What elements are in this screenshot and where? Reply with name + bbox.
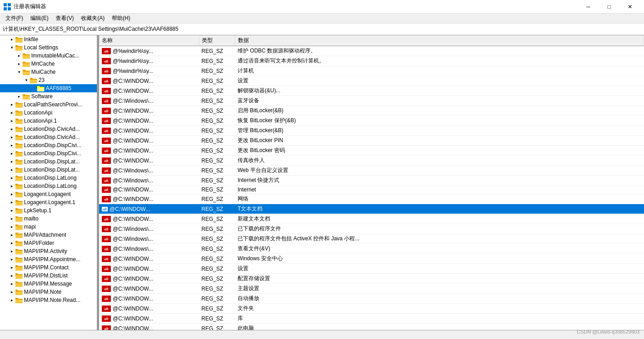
tree-item-locationdisp-latlong2[interactable]: ▸LocationDisp.LatLong: [0, 182, 97, 190]
expand-icon[interactable]: ▸: [8, 150, 15, 157]
expand-icon[interactable]: ▸: [15, 93, 23, 100]
table-row[interactable]: ab@C:\WINDOW...REG_SZ解锁驱动器(&U)...: [99, 86, 644, 96]
expand-icon[interactable]: ▸: [8, 207, 15, 214]
expand-icon[interactable]: ▸: [8, 296, 15, 304]
table-row[interactable]: ab@C:\WINDOW...REG_SZ网络: [99, 194, 644, 204]
expand-icon[interactable]: ▸: [8, 36, 15, 43]
menu-item-查看(V)[interactable]: 查看(V): [52, 14, 77, 23]
tree-item-locationdisp-displat1[interactable]: ▸LocationDisp.DispLat...: [0, 158, 97, 166]
expand-icon[interactable]: ▸: [8, 182, 15, 190]
tree-item-aaf68885[interactable]: AAF68885: [0, 84, 97, 92]
tree-item-immutablemuicache[interactable]: ▸ImmutableMuiCac...: [0, 52, 97, 60]
tree-item-locationdisp-civic2[interactable]: ▸LocationDisp.CivicAd...: [0, 133, 97, 141]
tree-item-locationdisp-latlong1[interactable]: ▸LocationDisp.LatLong: [0, 174, 97, 182]
expand-icon[interactable]: ▸: [8, 280, 15, 287]
table-row[interactable]: ab@C:\Windows\...REG_SZ已下载的程序文件: [99, 224, 644, 234]
table-row[interactable]: ab@C:\WINDOW...REG_SZ启用 BitLocker(&B): [99, 106, 644, 116]
minimize-button[interactable]: ─: [578, 0, 599, 14]
table-row[interactable]: ab@C:\Windows\...REG_SZWeb 平台自定义设置: [99, 166, 644, 176]
tree-item-mapi-ipm-distlist[interactable]: ▸MAPI/IPM.DistList: [0, 272, 97, 280]
close-button[interactable]: ✕: [620, 0, 640, 14]
tree-item-locationapi1[interactable]: ▸LocationApi.1: [0, 117, 97, 125]
tree-item-locationdisp-displat2[interactable]: ▸LocationDisp.DispLat...: [0, 166, 97, 174]
tree-item-mapi-folder[interactable]: ▸MAPI/Folder: [0, 239, 97, 247]
table-row[interactable]: ab@C:\WINDOW...REG_SZ传真收件人: [99, 156, 644, 166]
tree-item-mapi-ipm-message[interactable]: ▸MAPI/IPM.Message: [0, 280, 97, 288]
expand-icon[interactable]: ▸: [15, 60, 23, 67]
expand-icon[interactable]: ▸: [8, 256, 15, 263]
tree-item-mailto[interactable]: ▸mailto: [0, 215, 97, 223]
table-row[interactable]: ab@C:\WINDOW...REG_SZ主题设置: [99, 284, 644, 294]
menu-item-收藏夹(A)[interactable]: 收藏夹(A): [77, 14, 108, 23]
expand-icon[interactable]: ▸: [8, 125, 15, 133]
expand-icon[interactable]: ▸: [8, 158, 15, 165]
expand-icon[interactable]: ▸: [8, 142, 15, 149]
table-row[interactable]: ab@%windir%\sy...REG_SZ维护 ODBC 数据源和驱动程序。: [99, 46, 644, 56]
table-row[interactable]: ab@C:\WINDOW...REG_SZ文件夹: [99, 304, 644, 314]
tree-item-locationdisp-dispcivi2[interactable]: ▸LocationDisp.DispCivi...: [0, 149, 97, 158]
expand-icon[interactable]: ▸: [8, 191, 15, 198]
expand-icon[interactable]: ▸: [8, 264, 15, 271]
tree-item-local-settings[interactable]: ▾Local Settings: [0, 43, 97, 52]
menu-item-编辑(E)[interactable]: 编辑(E): [27, 14, 52, 23]
tree-item-software[interactable]: ▸Software: [0, 92, 97, 100]
expand-icon[interactable]: ▸: [8, 101, 15, 108]
registry-panel[interactable]: 名称 类型 数据 ab@%windir%\sy...REG_SZ维护 ODBC …: [99, 35, 644, 330]
table-row[interactable]: ab@C:\Windows\...REG_SZ查看文件(&V): [99, 244, 644, 254]
expand-icon[interactable]: ▸: [8, 109, 15, 116]
tree-item-mapi-ipm-appointme[interactable]: ▸MAPI/IPM.Appointme...: [0, 255, 97, 263]
expand-icon[interactable]: ▾: [23, 76, 30, 84]
table-row[interactable]: ab@C:\WINDOW...REG_SZ设置: [99, 76, 644, 86]
expand-icon[interactable]: ▸: [8, 231, 15, 239]
table-row[interactable]: ab@%windir%\sy...REG_SZ计算机: [99, 66, 644, 76]
expand-icon[interactable]: ▸: [15, 52, 23, 59]
table-row[interactable]: ab@C:\WINDOW...REG_SZ此电脑: [99, 324, 644, 330]
table-row[interactable]: ab@C:\WINDOW...REG_SZ更改 BitLocker 密码: [99, 146, 644, 156]
expand-icon[interactable]: ▸: [8, 117, 15, 124]
tree-item-mapi-attachment[interactable]: ▸MAPI/Attachment: [0, 231, 97, 239]
expand-icon[interactable]: ▸: [8, 239, 15, 247]
menu-item-帮助(H)[interactable]: 帮助(H): [108, 14, 134, 23]
tree-item-lpksetup1[interactable]: ▸LpkSetup.1: [0, 206, 97, 215]
table-row[interactable]: ab@C:\WINDOW...REG_SZ管理 BitLocker(&B): [99, 126, 644, 136]
expand-icon[interactable]: ▸: [8, 288, 15, 296]
table-row[interactable]: ab@C:\WINDOW...REG_SZ库: [99, 314, 644, 324]
tree-item-mapi-ipm-contact[interactable]: ▸MAPI/IPM.Contact: [0, 263, 97, 272]
tree-item-locationdisp-civic1[interactable]: ▸LocationDisp.CivicAd...: [0, 125, 97, 133]
expand-icon[interactable]: ▸: [8, 174, 15, 181]
table-row[interactable]: ab@C:\WINDOW...REG_SZWindows 安全中心: [99, 254, 644, 264]
table-row[interactable]: ab@C:\Windows\...REG_SZInternet 快捷方式: [99, 176, 644, 186]
tree-item-mapi-ipm-note[interactable]: ▸MAPI/IPM.Note: [0, 288, 97, 296]
tree-item-inkfile[interactable]: ▸Inkfile: [0, 35, 97, 43]
expand-icon[interactable]: ▸: [8, 248, 15, 255]
expand-icon[interactable]: ▸: [8, 134, 15, 141]
tree-item-locationdisp-dispcivi1[interactable]: ▸LocationDisp.DispCivi...: [0, 141, 97, 149]
expand-icon[interactable]: ▸: [8, 215, 15, 222]
tree-item-localpathsearchprov[interactable]: ▸LocalPathSearchProvi...: [0, 100, 97, 109]
table-row[interactable]: ab@C:\WINDOW...REG_SZ设置: [99, 264, 644, 274]
tree-item-locationapi[interactable]: ▸LocationApi: [0, 109, 97, 117]
tree-item-23[interactable]: ▾23: [0, 76, 97, 84]
table-row[interactable]: ab@C:\WINDOW...REG_SZInternet: [99, 186, 644, 194]
tree-item-mrtcache[interactable]: ▸MrtCache: [0, 60, 97, 68]
tree-panel[interactable]: ▸Inkfile▾Local Settings▸ImmutableMuiCac.…: [0, 35, 97, 330]
expand-icon[interactable]: ▸: [8, 166, 15, 173]
tree-item-muicache[interactable]: ▾MuiCache: [0, 68, 97, 76]
table-row[interactable]: ab@C:\Windows\...REG_SZ蓝牙设备: [99, 96, 644, 106]
tree-item-mapi-ipm-noteread[interactable]: ▸MAPI/IPM.Note.Read...: [0, 296, 97, 304]
expand-icon[interactable]: ▸: [8, 199, 15, 206]
table-row[interactable]: ab@C:\WINDOW...REG_SZ新建文本文档: [99, 214, 644, 224]
tree-item-logagent1[interactable]: ▸Logagent.Logagent.1: [0, 198, 97, 206]
expand-icon[interactable]: ▸: [8, 272, 15, 279]
table-row[interactable]: ab@C:\WINDOW...REG_SZT文本文档: [99, 204, 644, 214]
table-row[interactable]: ab@%windir%\sy...REG_SZ通过语音来听写文本并控制计算机。: [99, 56, 644, 66]
expand-icon[interactable]: ▾: [8, 44, 15, 51]
tree-item-mapi[interactable]: ▸mapi: [0, 223, 97, 231]
tree-item-logagent[interactable]: ▸Logagent.Logagent: [0, 190, 97, 198]
table-row[interactable]: ab@C:\Windows\...REG_SZ已下载的程序文件包括 Active…: [99, 234, 644, 244]
tree-item-mapi-ipm-activity[interactable]: ▸MAPI/IPM.Activity: [0, 247, 97, 255]
expand-icon[interactable]: ▸: [8, 223, 15, 230]
maximize-button[interactable]: □: [599, 0, 620, 14]
table-row[interactable]: ab@C:\WINDOW...REG_SZ自动播放: [99, 294, 644, 304]
table-row[interactable]: ab@C:\WINDOW...REG_SZ更改 BitLocker PIN: [99, 136, 644, 146]
